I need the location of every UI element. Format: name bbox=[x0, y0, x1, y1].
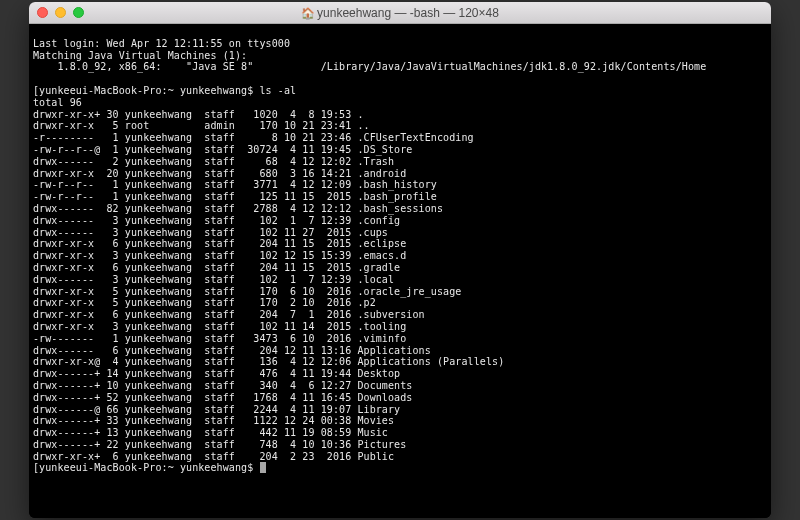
traffic-lights bbox=[29, 7, 84, 18]
java-entry: 1.8.0_92, x86_64: "Java SE 8" /Library/J… bbox=[33, 61, 706, 72]
total-line: total 96 bbox=[33, 97, 82, 108]
titlebar[interactable]: 🏠yunkeehwang — -bash — 120×48 bbox=[29, 2, 771, 24]
listing-output: drwxr-xr-x+ 30 yunkeehwang staff 1020 4 … bbox=[33, 109, 504, 462]
prompt-line-2: [yunkeeui-MacBook-Pro:~ yunkeehwang$ bbox=[33, 462, 266, 473]
last-login-line: Last login: Wed Apr 12 12:11:55 on ttys0… bbox=[33, 38, 290, 49]
terminal-body[interactable]: Last login: Wed Apr 12 12:11:55 on ttys0… bbox=[29, 24, 771, 518]
java-match-header: Matching Java Virtual Machines (1): bbox=[33, 50, 247, 61]
prompt-line-1: [yunkeeui-MacBook-Pro:~ yunkeehwang$ ls … bbox=[33, 85, 296, 96]
prompt-prefix: [yunkeeui-MacBook-Pro:~ yunkeehwang$ bbox=[33, 462, 253, 473]
minimize-icon[interactable] bbox=[55, 7, 66, 18]
title-user: yunkeehwang bbox=[317, 6, 391, 20]
close-icon[interactable] bbox=[37, 7, 48, 18]
command-ls: ls -al bbox=[259, 85, 296, 96]
zoom-icon[interactable] bbox=[73, 7, 84, 18]
terminal-window: 🏠yunkeehwang — -bash — 120×48 Last login… bbox=[29, 2, 771, 518]
cursor-icon bbox=[260, 462, 266, 473]
title-shell: -bash bbox=[410, 6, 440, 20]
prompt-prefix: [yunkeeui-MacBook-Pro:~ yunkeehwang$ bbox=[33, 85, 253, 96]
title-size: 120×48 bbox=[459, 6, 499, 20]
window-title: 🏠yunkeehwang — -bash — 120×48 bbox=[29, 6, 771, 20]
home-icon: 🏠 bbox=[301, 7, 315, 20]
